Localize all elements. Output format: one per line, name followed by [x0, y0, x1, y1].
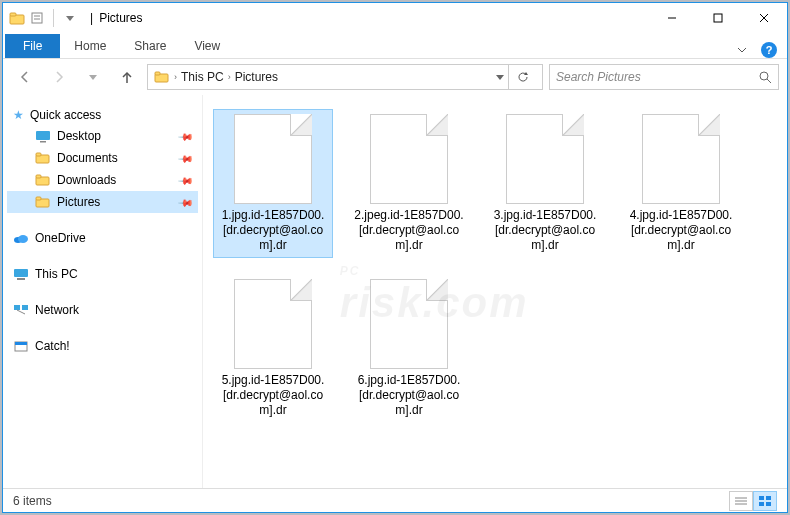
nav-downloads[interactable]: Downloads📌 [7, 169, 198, 191]
svg-rect-30 [14, 305, 20, 310]
tab-view[interactable]: View [180, 34, 234, 58]
search-icon[interactable] [758, 70, 772, 84]
nav-thispc[interactable]: This PC [7, 263, 198, 285]
svg-rect-38 [759, 496, 764, 500]
svg-marker-10 [89, 75, 97, 80]
file-name: 5.jpg.id-1E857D00.[dr.decrypt@aol.com].d… [218, 373, 328, 418]
thispc-icon [13, 266, 29, 282]
file-thumbnail [642, 114, 720, 204]
item-count: 6 items [13, 494, 52, 508]
svg-rect-18 [36, 131, 50, 140]
tab-share[interactable]: Share [120, 34, 180, 58]
file-item[interactable]: 1.jpg.id-1E857D00.[dr.decrypt@aol.com].d… [213, 109, 333, 258]
svg-rect-19 [40, 141, 46, 143]
nav-documents[interactable]: Documents📌 [7, 147, 198, 169]
file-item[interactable]: 2.jpeg.id-1E857D00.[dr.decrypt@aol.com].… [349, 109, 469, 258]
qat-dropdown-icon[interactable] [62, 10, 78, 26]
file-thumbnail [370, 279, 448, 369]
svg-rect-7 [714, 14, 722, 22]
file-name: 3.jpg.id-1E857D00.[dr.decrypt@aol.com].d… [490, 208, 600, 253]
svg-line-17 [767, 79, 771, 83]
search-placeholder: Search Pictures [556, 70, 641, 84]
close-button[interactable] [741, 3, 787, 33]
file-name: 6.jpg.id-1E857D00.[dr.decrypt@aol.com].d… [354, 373, 464, 418]
search-input[interactable]: Search Pictures [549, 64, 779, 90]
main-area: ★ Quick access Desktop📌 Documents📌 Downl… [3, 95, 787, 488]
file-thumbnail [234, 114, 312, 204]
folder-icon [35, 172, 51, 188]
svg-rect-1 [10, 13, 16, 16]
star-icon: ★ [13, 108, 24, 122]
breadcrumb[interactable]: › This PC › Pictures [147, 64, 543, 90]
nav-catch[interactable]: Catch! [7, 335, 198, 357]
expand-ribbon-icon[interactable] [737, 45, 747, 55]
crumb-thispc[interactable]: This PC [181, 70, 224, 84]
folder-icon [9, 10, 25, 26]
explorer-window: PCrisk.com |Pictures File Home Shar [2, 2, 788, 513]
properties-icon[interactable] [29, 10, 45, 26]
svg-marker-14 [496, 75, 504, 80]
network-icon [13, 302, 29, 318]
maximize-button[interactable] [695, 3, 741, 33]
minimize-button[interactable] [649, 3, 695, 33]
file-item[interactable]: 4.jpg.id-1E857D00.[dr.decrypt@aol.com].d… [621, 109, 741, 258]
svg-rect-40 [759, 502, 764, 506]
svg-rect-21 [36, 153, 41, 156]
chevron-right-icon[interactable]: › [174, 72, 177, 82]
status-bar: 6 items [3, 488, 787, 512]
svg-rect-13 [155, 72, 160, 75]
file-item[interactable]: 5.jpg.id-1E857D00.[dr.decrypt@aol.com].d… [213, 274, 333, 423]
svg-rect-34 [15, 342, 27, 345]
file-tab[interactable]: File [5, 34, 60, 58]
folder-icon [35, 194, 51, 210]
forward-button[interactable] [45, 65, 73, 89]
window-title: |Pictures [90, 11, 142, 25]
nav-network[interactable]: Network [7, 299, 198, 321]
folder-icon [35, 150, 51, 166]
nav-pane: ★ Quick access Desktop📌 Documents📌 Downl… [3, 95, 203, 488]
pin-icon: 📌 [178, 150, 194, 166]
recent-dropdown-icon[interactable] [79, 65, 107, 89]
file-thumbnail [370, 114, 448, 204]
titlebar: |Pictures [3, 3, 787, 33]
svg-rect-23 [36, 175, 41, 178]
nav-pictures[interactable]: Pictures📌 [7, 191, 198, 213]
file-item[interactable]: 3.jpg.id-1E857D00.[dr.decrypt@aol.com].d… [485, 109, 605, 258]
pin-icon: 📌 [178, 172, 194, 188]
file-name: 2.jpeg.id-1E857D00.[dr.decrypt@aol.com].… [354, 208, 464, 253]
crumb-pictures[interactable]: Pictures [235, 70, 278, 84]
svg-rect-29 [17, 278, 25, 280]
details-view-button[interactable] [729, 491, 753, 511]
up-button[interactable] [113, 65, 141, 89]
svg-line-32 [17, 310, 25, 314]
file-thumbnail [234, 279, 312, 369]
file-item[interactable]: 6.jpg.id-1E857D00.[dr.decrypt@aol.com].d… [349, 274, 469, 423]
ribbon: File Home Share View ? [3, 33, 787, 59]
nav-desktop[interactable]: Desktop📌 [7, 125, 198, 147]
svg-point-16 [760, 72, 768, 80]
address-bar-row: › This PC › Pictures Search Pictures [3, 59, 787, 95]
tab-home[interactable]: Home [60, 34, 120, 58]
svg-rect-25 [36, 197, 41, 200]
nav-quick-access[interactable]: ★ Quick access [7, 105, 198, 125]
pin-icon: 📌 [178, 194, 194, 210]
svg-point-27 [18, 235, 28, 243]
nav-onedrive[interactable]: OneDrive [7, 227, 198, 249]
catch-icon [13, 338, 29, 354]
breadcrumb-dropdown-icon[interactable] [496, 73, 504, 81]
refresh-button[interactable] [508, 65, 536, 89]
svg-rect-41 [766, 502, 771, 506]
thumbnails-view-button[interactable] [753, 491, 777, 511]
file-list[interactable]: 1.jpg.id-1E857D00.[dr.decrypt@aol.com].d… [203, 95, 787, 488]
chevron-right-icon[interactable]: › [228, 72, 231, 82]
svg-rect-31 [22, 305, 28, 310]
folder-small-icon [154, 69, 170, 85]
file-name: 4.jpg.id-1E857D00.[dr.decrypt@aol.com].d… [626, 208, 736, 253]
pin-icon: 📌 [178, 128, 194, 144]
svg-rect-28 [14, 269, 28, 277]
help-icon[interactable]: ? [761, 42, 777, 58]
back-button[interactable] [11, 65, 39, 89]
svg-marker-5 [66, 16, 74, 21]
svg-rect-39 [766, 496, 771, 500]
file-name: 1.jpg.id-1E857D00.[dr.decrypt@aol.com].d… [218, 208, 328, 253]
